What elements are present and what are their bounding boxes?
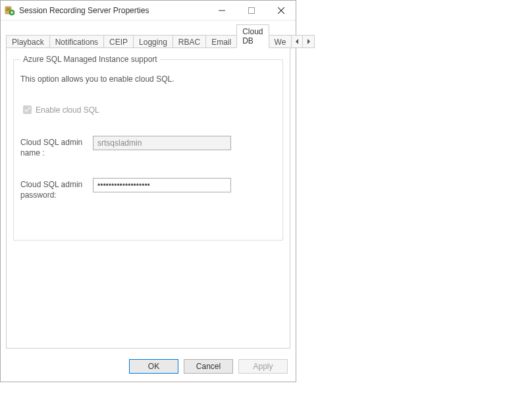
apply-button[interactable]: Apply <box>238 359 288 374</box>
titlebar-controls <box>207 1 296 20</box>
enable-cloud-sql-checkbox[interactable] <box>23 105 32 114</box>
chevron-right-icon <box>307 39 311 44</box>
tab-ceip[interactable]: CEIP <box>103 35 134 49</box>
admin-password-label: Cloud SQL admin password: <box>20 178 93 200</box>
tab-rbac[interactable]: RBAC <box>173 35 206 49</box>
cancel-button[interactable]: Cancel <box>184 359 233 374</box>
svg-rect-2 <box>7 9 11 10</box>
tab-logging[interactable]: Logging <box>133 35 173 49</box>
tab-cloud-db[interactable]: Cloud DB <box>236 24 269 48</box>
minimize-icon <box>219 7 225 14</box>
chevron-left-icon <box>295 39 299 44</box>
maximize-icon <box>248 7 255 14</box>
group-legend: Azure SQL Managed Instance support <box>20 55 160 64</box>
window-title: Session Recording Server Properties <box>19 6 207 15</box>
maximize-button[interactable] <box>236 1 266 20</box>
close-button[interactable] <box>266 1 296 20</box>
svg-rect-3 <box>7 11 9 11</box>
enable-cloud-sql-label: Enable cloud SQL <box>36 105 99 115</box>
tab-email[interactable]: Email <box>205 35 237 49</box>
close-icon <box>278 7 284 14</box>
enable-cloud-sql-row: Enable cloud SQL <box>20 103 276 116</box>
admin-name-label: Cloud SQL admin name : <box>20 136 93 158</box>
admin-password-row: Cloud SQL admin password: <box>20 178 276 200</box>
ok-button[interactable]: OK <box>129 359 178 374</box>
tab-scroll-left[interactable] <box>291 35 303 48</box>
group-description: This option allows you to enable cloud S… <box>20 74 276 84</box>
svg-marker-10 <box>296 39 298 44</box>
tab-playback[interactable]: Playback <box>6 35 50 49</box>
admin-password-input[interactable] <box>93 178 231 192</box>
tab-content-cloud-db: Azure SQL Managed Instance support This … <box>6 47 290 349</box>
button-row: OK Cancel Apply <box>1 354 296 382</box>
tab-scroll <box>291 35 315 48</box>
titlebar: Session Recording Server Properties <box>1 1 296 20</box>
minimize-button[interactable] <box>207 1 236 20</box>
svg-rect-7 <box>248 7 254 13</box>
tab-scroll-right[interactable] <box>303 35 315 48</box>
azure-sql-group: Azure SQL Managed Instance support This … <box>13 55 283 241</box>
tab-strip: Playback Notifications CEIP Logging RBAC… <box>1 20 296 48</box>
tab-overflow[interactable]: We <box>269 35 292 49</box>
dialog-window: Session Recording Server Properties Play… <box>0 0 296 382</box>
tab-notifications[interactable]: Notifications <box>49 35 104 49</box>
svg-marker-11 <box>307 39 310 44</box>
admin-name-input[interactable] <box>93 136 231 150</box>
svg-rect-1 <box>7 8 11 9</box>
app-icon <box>5 5 15 16</box>
admin-name-row: Cloud SQL admin name : <box>20 136 276 158</box>
